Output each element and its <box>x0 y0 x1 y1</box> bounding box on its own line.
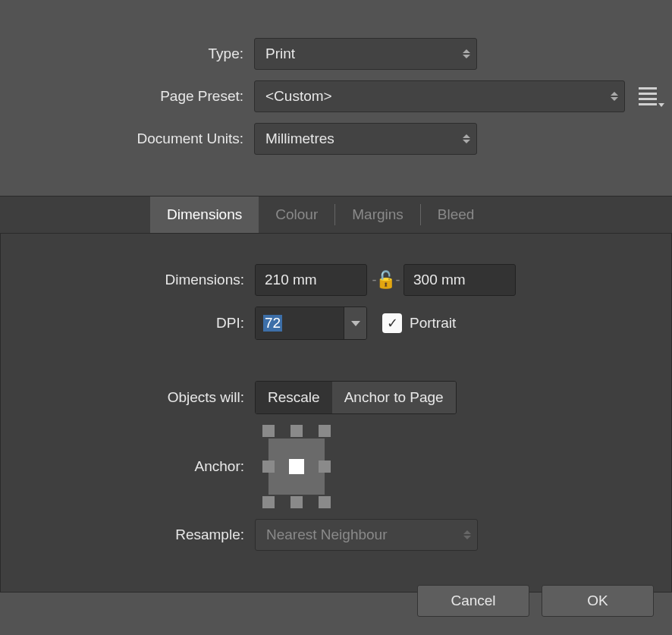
dpi-value: 72 <box>263 315 282 332</box>
stepper-icon <box>463 134 470 143</box>
rescale-button[interactable]: Rescale <box>256 382 332 413</box>
anchor-ml[interactable] <box>262 461 275 473</box>
anchor-mr[interactable] <box>319 461 331 473</box>
lock-icon: 🔓 <box>375 270 396 290</box>
top-section: Type: Print Page Preset: <Custom> Docume… <box>0 0 672 196</box>
ok-button[interactable]: OK <box>542 585 654 617</box>
type-label: Type: <box>15 46 254 62</box>
document-units-select[interactable]: Millimetres <box>254 123 477 155</box>
resample-value: Nearest Neighbour <box>266 527 387 543</box>
dpi-label: DPI: <box>16 315 255 332</box>
type-select[interactable]: Print <box>254 38 477 70</box>
resample-label: Resample: <box>16 527 255 543</box>
type-value: Print <box>265 46 295 62</box>
portrait-label: Portrait <box>410 315 456 332</box>
anchor-br[interactable] <box>319 496 331 508</box>
height-input[interactable]: 300 mm <box>404 264 516 296</box>
document-units-label: Document Units: <box>15 130 254 147</box>
cancel-button[interactable]: Cancel <box>417 585 529 617</box>
chevron-down-icon <box>351 321 360 326</box>
anchor-bl[interactable] <box>262 496 275 508</box>
check-icon: ✓ <box>387 315 398 332</box>
lock-toggle[interactable]: - 🔓 - <box>372 270 399 290</box>
page-preset-select[interactable]: <Custom> <box>254 80 625 112</box>
anchor-grid[interactable] <box>255 425 338 508</box>
tabs-row: Dimensions Colour Margins Bleed <box>0 196 672 234</box>
page-preset-label: Page Preset: <box>15 88 254 105</box>
anchor-tr[interactable] <box>319 425 331 437</box>
width-input[interactable]: 210 mm <box>255 264 367 296</box>
tab-margins[interactable]: Margins <box>335 196 420 233</box>
tab-bleed[interactable]: Bleed <box>421 196 491 233</box>
tab-dimensions[interactable]: Dimensions <box>150 196 259 233</box>
stepper-icon <box>611 92 618 101</box>
portrait-checkbox[interactable]: ✓ <box>382 313 402 333</box>
dimensions-label: Dimensions: <box>16 272 255 288</box>
stepper-icon <box>463 530 471 539</box>
objects-will-toggle: Rescale Anchor to Page <box>255 381 457 414</box>
anchor-to-page-button[interactable]: Anchor to Page <box>332 382 456 413</box>
dimensions-panel: Dimensions: 210 mm - 🔓 - 300 mm DPI: 72 … <box>0 234 672 593</box>
document-units-value: Millimetres <box>265 130 334 147</box>
page-preset-value: <Custom> <box>265 88 332 105</box>
footer: Cancel OK <box>417 585 654 617</box>
tab-colour[interactable]: Colour <box>259 196 334 233</box>
anchor-center[interactable] <box>289 459 304 474</box>
anchor-bc[interactable] <box>290 496 303 508</box>
lock-dash-right: - <box>396 272 399 288</box>
dpi-input[interactable]: 72 <box>255 306 367 340</box>
anchor-tc[interactable] <box>290 425 303 437</box>
stepper-icon <box>463 49 470 58</box>
preset-menu-icon[interactable] <box>639 87 657 105</box>
objects-will-label: Objects will: <box>16 389 255 406</box>
dpi-dropdown-button[interactable] <box>344 307 366 339</box>
anchor-tl[interactable] <box>262 425 275 437</box>
resample-select: Nearest Neighbour <box>255 519 478 551</box>
anchor-label: Anchor: <box>16 458 255 475</box>
